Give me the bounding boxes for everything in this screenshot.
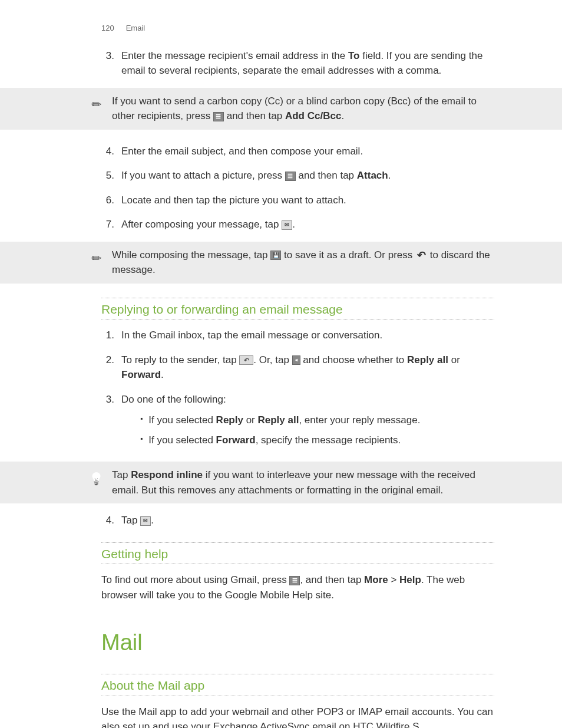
send-icon [140,516,151,526]
step-number: 7. [101,217,114,232]
step-text: To reply to the sender, tap . Or, tap an… [121,353,494,383]
step-number: 4. [101,513,114,528]
help-paragraph: To find out more about using Gmail, pres… [101,572,494,602]
step-text: Locate and then tap the picture you want… [121,193,494,208]
steps-list-a: 3. Enter the message recipient's email a… [101,48,494,78]
heading-help: Getting help [101,542,494,565]
bullet-list: If you selected Reply or Reply all, ente… [140,413,494,447]
about-paragraph: Use the Mail app to add your webmail and… [101,704,494,729]
step-4: 4. Enter the email subject, and then com… [101,144,494,159]
note-respond-inline: Tap Respond inline if you want to interl… [0,462,562,503]
lightbulb-icon [88,467,104,487]
step-4b: 4. Tap . [101,513,494,528]
note-text: Tap Respond inline if you want to interl… [112,467,494,498]
menu-icon [213,112,224,121]
heading-replying: Replying to or forwarding an email messa… [101,298,494,320]
step-number: 1. [101,328,114,343]
step-7: 7. After composing your message, tap . [101,217,494,232]
menu-icon [285,172,296,181]
step-text: After composing your message, tap . [121,217,494,232]
steps-reply: 1. In the Gmail inbox, tap the email mes… [101,328,494,452]
reply-step-2: 2. To reply to the sender, tap . Or, tap… [101,353,494,383]
steps-list-b: 4. Enter the email subject, and then com… [101,144,494,232]
bullet-reply: If you selected Reply or Reply all, ente… [140,413,494,428]
page-header: 120 Email [0,0,562,34]
step-text: Enter the message recipient's email addr… [121,48,494,78]
pencil-icon: ✎ [84,91,108,116]
send-icon [282,220,292,230]
save-icon [270,251,281,260]
page-number: 120 [101,22,114,34]
reply-step-1: 1. In the Gmail inbox, tap the email mes… [101,328,494,343]
menu-icon [289,576,300,585]
step-number: 2. [101,353,114,383]
note-draft: ✎ While composing the message, tap to sa… [0,242,562,284]
note-text: If you want to send a carbon copy (Cc) o… [112,94,494,124]
step-text: Tap . [121,513,494,528]
steps-list-c: 4. Tap . [101,513,494,528]
heading-about-mail: About the Mail app [101,674,494,696]
reply-step-3: 3. Do one of the following: If you selec… [101,392,494,453]
step-text: In the Gmail inbox, tap the email messag… [121,328,494,343]
back-icon [415,251,427,260]
dropdown-icon [292,355,300,365]
pencil-icon: ✎ [84,245,108,269]
step-text: Do one of the following: If you selected… [121,392,494,453]
step-text: Enter the email subject, and then compos… [121,144,494,159]
step-number: 3. [101,392,114,453]
step-5: 5. If you want to attach a picture, pres… [101,168,494,183]
note-cc-bcc: ✎ If you want to send a carbon copy (Cc)… [0,88,562,130]
step-number: 6. [101,193,114,208]
step-number: 4. [101,144,114,159]
step-6: 6. Locate and then tap the picture you w… [101,193,494,208]
reply-icon [239,355,253,365]
section-name: Email [126,22,146,34]
note-text: While composing the message, tap to save… [112,248,494,278]
heading-mail: Mail [101,626,494,660]
step-text: If you want to attach a picture, press a… [121,168,494,183]
step-number: 5. [101,168,114,183]
step-3: 3. Enter the message recipient's email a… [101,48,494,78]
bullet-forward: If you selected Forward, specify the mes… [140,433,494,448]
step-number: 3. [101,48,114,78]
